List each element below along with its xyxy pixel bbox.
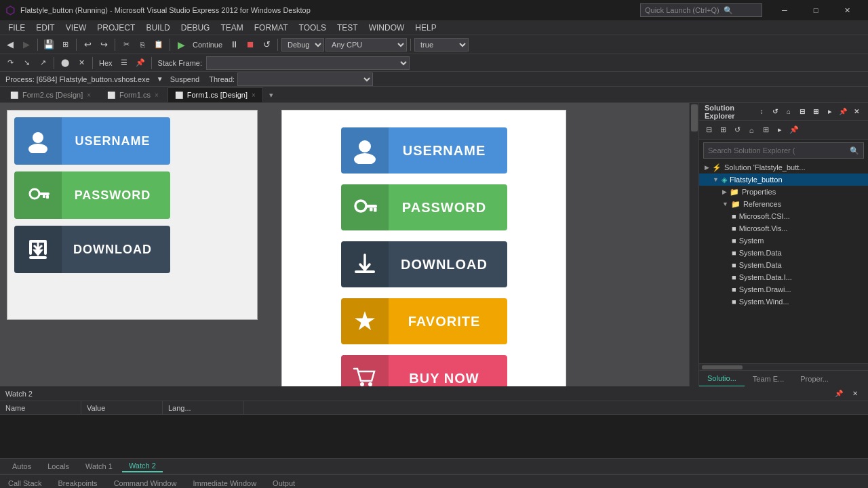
- stop-button[interactable]: ⏹: [243, 37, 258, 52]
- sol-tb-btn1[interactable]: ⊟: [702, 123, 715, 137]
- menu-item-format[interactable]: FORMAT: [249, 20, 294, 35]
- paste-button[interactable]: 📋: [151, 37, 166, 52]
- solution-search-box[interactable]: 🔍: [703, 142, 864, 159]
- stack-frame-dropdown[interactable]: [206, 56, 410, 70]
- scrollbar-thumb[interactable]: [691, 104, 698, 131]
- sol-properties-button[interactable]: ⊞: [810, 106, 822, 118]
- debug-tab-cmdwindow[interactable]: Command Window: [111, 478, 180, 489]
- sol-close-button[interactable]: ✕: [850, 106, 863, 118]
- debug-tab-breakpoints[interactable]: Breakpoints: [56, 478, 100, 489]
- close-button[interactable]: ✕: [831, 0, 863, 20]
- tab-autos[interactable]: Autos: [5, 461, 38, 472]
- tree-ref-systemdata[interactable]: ■ System.Data: [699, 259, 868, 271]
- hex-toggle[interactable]: ☰: [117, 56, 132, 70]
- pin-button[interactable]: 📌: [133, 56, 148, 70]
- sol-home-button[interactable]: ⌂: [783, 106, 795, 118]
- step-over-button[interactable]: ↷: [3, 56, 18, 70]
- copy-button[interactable]: ⎘: [135, 37, 150, 52]
- sol-tab-team[interactable]: Team E...: [745, 371, 792, 387]
- tree-ref-systemdatai[interactable]: ■ System.Data.I...: [699, 271, 868, 283]
- sol-tab-properties[interactable]: Proper...: [792, 371, 837, 387]
- tab-close3-icon[interactable]: ×: [252, 92, 256, 99]
- sol-tb-btn5[interactable]: ⊞: [759, 123, 772, 137]
- watch-pin-button[interactable]: 📌: [831, 386, 846, 401]
- debug-tab-output[interactable]: Output: [270, 478, 298, 489]
- password-btn-left[interactable]: PASSWORD: [14, 171, 170, 219]
- tab-watch2[interactable]: Watch 2: [122, 460, 163, 472]
- cpu-dropdown[interactable]: Any CPU: [326, 38, 407, 52]
- solution-search-input[interactable]: [708, 146, 847, 155]
- sol-refresh-button[interactable]: ↺: [769, 106, 781, 118]
- breakpoint-button[interactable]: ⬤: [58, 56, 73, 70]
- menu-item-help[interactable]: HELP: [410, 20, 441, 35]
- sol-collapse-button[interactable]: ⊟: [796, 106, 808, 118]
- tree-ref-systemdrawi[interactable]: ■ System.Drawi...: [699, 283, 868, 296]
- restart-button[interactable]: ↺: [259, 37, 274, 52]
- forward-button[interactable]: ▶: [19, 37, 34, 52]
- debug-tab-callstack[interactable]: Call Stack: [5, 478, 45, 489]
- step-into-button[interactable]: ↘: [19, 56, 34, 70]
- true-dropdown[interactable]: true: [414, 38, 469, 52]
- quick-launch[interactable]: Quick Launch (Ctrl+Q) 🔍: [640, 3, 762, 17]
- username-btn-left[interactable]: USERNAME: [14, 117, 170, 165]
- sol-arrow-button[interactable]: ▸: [823, 106, 835, 118]
- debug-config-dropdown[interactable]: Debug: [281, 38, 324, 52]
- sol-tb-btn6[interactable]: ▸: [773, 123, 787, 137]
- menu-item-tools[interactable]: TOOLS: [294, 20, 332, 35]
- pause-button[interactable]: ⏸: [226, 37, 241, 52]
- menu-item-edit[interactable]: EDIT: [31, 20, 60, 35]
- sol-tab-solution[interactable]: Solutio...: [699, 371, 745, 387]
- menu-item-view[interactable]: VIEW: [60, 20, 92, 35]
- menu-item-project[interactable]: PROJECT: [92, 20, 140, 35]
- username-btn-right[interactable]: USERNAME: [341, 127, 507, 174]
- tree-ref-systemwind[interactable]: ■ System.Wind...: [699, 296, 868, 308]
- download-btn-right[interactable]: DOWNLOAD: [341, 241, 507, 287]
- menu-item-build[interactable]: BUILD: [140, 20, 175, 35]
- save-button[interactable]: 💾: [41, 37, 56, 52]
- cut-button[interactable]: ✂: [119, 37, 134, 52]
- menu-item-team[interactable]: TEAM: [215, 20, 248, 35]
- suspend-label[interactable]: Suspend: [170, 75, 199, 83]
- menu-item-debug[interactable]: DEBUG: [176, 20, 216, 35]
- redo-button[interactable]: ↪: [96, 37, 111, 52]
- thread-dropdown[interactable]: [237, 73, 373, 86]
- tree-ref-system[interactable]: ■ System: [699, 235, 868, 247]
- buynow-btn-right[interactable]: BUY NOW: [341, 355, 507, 386]
- menu-item-test[interactable]: TEST: [332, 20, 363, 35]
- tab-form2-design[interactable]: ⬜ Form2.cs [Design] ×: [3, 87, 98, 102]
- tab-watch1[interactable]: Watch 1: [79, 461, 119, 472]
- watch-close-button[interactable]: ✕: [848, 386, 863, 401]
- tree-references[interactable]: ▼ 📁 References: [699, 198, 868, 210]
- tab-close2-icon[interactable]: ×: [155, 92, 159, 99]
- tab-close-icon[interactable]: ×: [87, 92, 91, 99]
- back-button[interactable]: ◀: [3, 37, 18, 52]
- del-breakpoint-button[interactable]: ✕: [74, 56, 89, 70]
- tree-solution[interactable]: ▶ ⚡ Solution 'Flatstyle_butt...: [699, 161, 868, 174]
- menu-item-window[interactable]: WINDOW: [363, 20, 410, 35]
- save-all-button[interactable]: ⊞: [58, 37, 73, 52]
- favorite-btn-right[interactable]: FAVORITE: [341, 298, 507, 344]
- tree-ref-systemcore[interactable]: ■ System.Data: [699, 247, 868, 259]
- sol-tb-btn3[interactable]: ↺: [730, 123, 744, 137]
- maximize-button[interactable]: □: [800, 0, 831, 20]
- password-btn-right[interactable]: PASSWORD: [341, 184, 507, 230]
- designer-scrollbar[interactable]: [689, 103, 698, 386]
- tab-form1-cs[interactable]: ⬜ Form1.cs ×: [100, 87, 166, 102]
- solution-scrollbar-h[interactable]: [699, 363, 868, 370]
- sol-tb-btn4[interactable]: ⌂: [745, 123, 758, 137]
- tree-properties[interactable]: ▶ 📁 Properties: [699, 186, 868, 198]
- tab-locals[interactable]: Locals: [41, 461, 76, 472]
- tab-form1-design[interactable]: ⬜ Form1.cs [Design] ×: [167, 87, 263, 102]
- step-out-button[interactable]: ↗: [35, 56, 50, 70]
- undo-button[interactable]: ↩: [80, 37, 95, 52]
- menu-item-file[interactable]: FILE: [3, 20, 31, 35]
- sol-tb-btn2[interactable]: ⊞: [716, 123, 730, 137]
- sol-pin-button[interactable]: 📌: [837, 106, 849, 118]
- minimize-button[interactable]: ─: [769, 0, 800, 20]
- start-button[interactable]: ▶: [174, 37, 189, 52]
- tab-add[interactable]: ▾: [264, 87, 278, 102]
- tree-ref-microsoftcsi[interactable]: ■ Microsoft.CSI...: [699, 210, 868, 222]
- sol-scroll-thumb[interactable]: [702, 365, 743, 369]
- debug-tab-immediate[interactable]: Immediate Window: [191, 478, 260, 489]
- sol-tb-btn7[interactable]: 📌: [787, 123, 801, 137]
